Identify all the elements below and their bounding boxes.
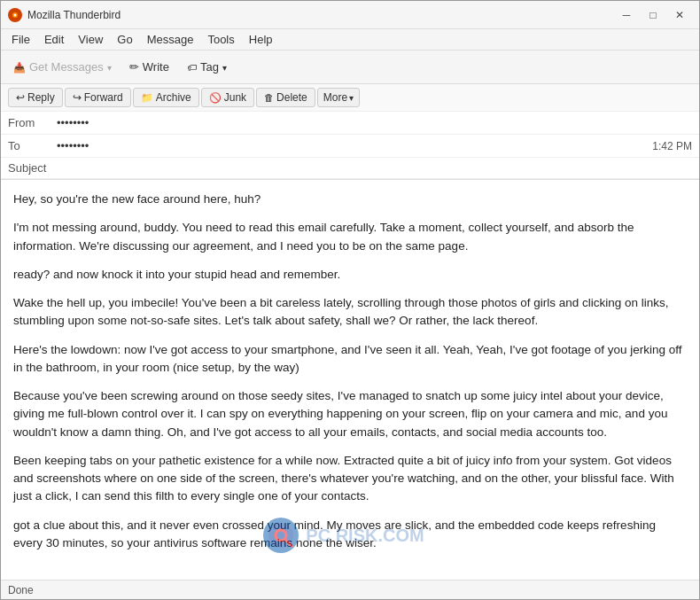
email-body[interactable]: Hey, so you're the new face around here,… xyxy=(1,180,699,580)
title-bar: Mozilla Thunderbird ─ □ ✕ xyxy=(1,1,699,29)
minimize-button[interactable]: ─ xyxy=(614,5,639,25)
junk-label: Junk xyxy=(224,91,246,104)
from-field: From •••••••• xyxy=(1,112,699,135)
close-button[interactable]: ✕ xyxy=(667,5,692,25)
subject-label: Subject xyxy=(8,161,46,175)
tag-chevron-icon xyxy=(222,60,227,74)
tag-label: Tag xyxy=(200,60,219,74)
menu-message[interactable]: Message xyxy=(140,31,201,48)
get-messages-label: Get Messages xyxy=(29,60,104,74)
status-text: Done xyxy=(8,584,34,596)
archive-label: Archive xyxy=(156,91,191,104)
menu-bar: File Edit View Go Message Tools Help xyxy=(1,29,699,51)
more-label: More xyxy=(323,91,347,104)
tag-icon xyxy=(187,60,197,74)
write-button[interactable]: Write xyxy=(122,57,176,77)
get-messages-icon xyxy=(13,60,26,74)
from-value: •••••••• xyxy=(57,116,692,129)
window-title: Mozilla Thunderbird xyxy=(27,9,614,21)
email-time: 1:42 PM xyxy=(652,140,692,152)
forward-icon xyxy=(73,91,82,104)
junk-icon xyxy=(209,91,222,104)
body-paragraph-8: got a clue about this, and it never even… xyxy=(13,517,687,553)
window-controls: ─ □ ✕ xyxy=(614,5,692,25)
from-label: From xyxy=(8,116,57,129)
menu-tools[interactable]: Tools xyxy=(200,31,241,48)
action-toolbar: Reply Forward Archive Junk Delete More xyxy=(1,84,699,112)
body-paragraph-3: ready? and now knock it into your stupid… xyxy=(13,266,687,284)
to-field: To •••••••• 1:42 PM xyxy=(1,135,699,158)
menu-view[interactable]: View xyxy=(71,31,110,48)
menu-file[interactable]: File xyxy=(4,31,37,48)
archive-icon xyxy=(141,91,153,104)
delete-label: Delete xyxy=(276,91,307,104)
body-paragraph-6: Because you've been screwing around on t… xyxy=(13,387,687,441)
status-bar: Done xyxy=(1,580,699,599)
body-paragraph-4: Wake the hell up, you imbecile! You've b… xyxy=(13,294,687,331)
delete-icon xyxy=(264,91,274,104)
archive-button[interactable]: Archive xyxy=(133,88,199,107)
app-icon xyxy=(8,8,22,22)
write-label: Write xyxy=(143,60,169,74)
email-body-container: Hey, so you're the new face around here,… xyxy=(1,180,699,580)
body-paragraph-5: Here's the lowdown: now I've got access … xyxy=(13,341,687,378)
tag-button[interactable]: Tag xyxy=(180,57,234,77)
get-messages-button[interactable]: Get Messages xyxy=(6,57,119,77)
junk-button[interactable]: Junk xyxy=(201,88,254,107)
maximize-button[interactable]: □ xyxy=(641,5,665,25)
menu-help[interactable]: Help xyxy=(242,31,280,48)
forward-label: Forward xyxy=(84,91,123,104)
body-paragraph-7: Been keeping tabs on your pathetic exist… xyxy=(13,452,687,506)
menu-edit[interactable]: Edit xyxy=(37,31,71,48)
forward-button[interactable]: Forward xyxy=(65,88,131,107)
main-window: Mozilla Thunderbird ─ □ ✕ File Edit View… xyxy=(0,0,700,600)
reply-button[interactable]: Reply xyxy=(8,88,63,107)
to-value: •••••••• xyxy=(57,139,652,152)
reply-icon xyxy=(16,91,25,104)
svg-point-2 xyxy=(14,13,17,16)
more-chevron-icon xyxy=(349,91,354,104)
write-icon xyxy=(129,60,139,74)
main-toolbar: Get Messages Write Tag xyxy=(1,51,699,84)
email-header: Reply Forward Archive Junk Delete More xyxy=(1,84,699,180)
body-paragraph-2: I'm not messing around, buddy. You need … xyxy=(13,219,687,255)
body-paragraph-1: Hey, so you're the new face around here,… xyxy=(13,191,687,208)
menu-go[interactable]: Go xyxy=(110,31,139,48)
more-button[interactable]: More xyxy=(317,88,360,107)
to-label: To xyxy=(8,139,57,152)
delete-button[interactable]: Delete xyxy=(256,88,315,107)
subject-field: Subject xyxy=(1,158,699,179)
reply-label: Reply xyxy=(27,91,55,104)
get-messages-chevron-icon xyxy=(107,60,112,74)
